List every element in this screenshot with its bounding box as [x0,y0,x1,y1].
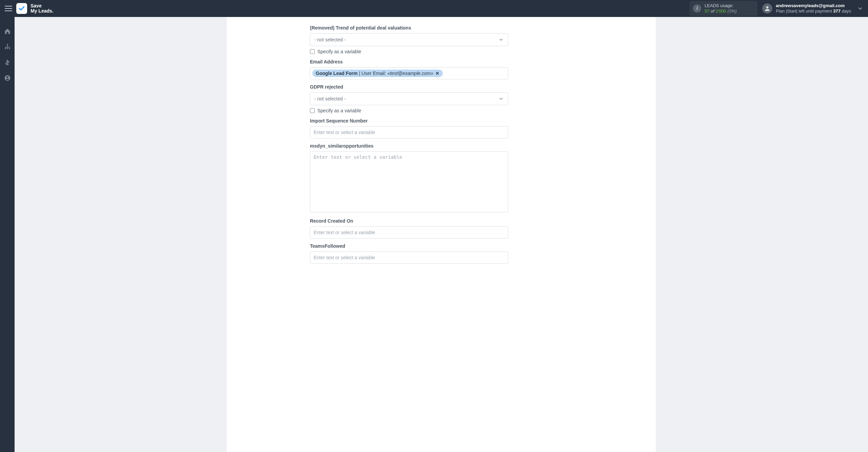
home-icon[interactable] [3,27,12,35]
svg-rect-1 [7,44,8,45]
select-trend-valuations[interactable]: - not selected - [310,33,508,46]
field-email-address: Email Address Google Lead Form | User Em… [310,59,508,79]
field-label: (Removed) Trend of potential deal valuat… [310,25,508,31]
svg-point-0 [766,6,769,8]
connections-icon[interactable] [3,43,12,51]
field-gdpr-rejected: GDPR rejected - not selected - Specify a… [310,84,508,113]
svg-rect-4 [9,48,10,49]
chevron-down-icon [498,96,504,101]
svg-rect-2 [5,48,6,49]
checkbox-label: Specify as a variable [317,108,361,113]
svg-rect-3 [7,48,8,49]
field-label: Import Sequence Number [310,118,508,124]
info-icon: i [693,4,701,13]
email-input[interactable]: Google Lead Form | User Email: «test@exa… [310,67,508,79]
checkbox-specify-variable[interactable] [310,108,315,113]
avatar-icon [762,3,772,14]
billing-icon[interactable] [3,58,12,67]
select-gdpr-rejected[interactable]: - not selected - [310,92,508,105]
chevron-down-icon[interactable] [857,5,863,12]
sidebar [0,17,15,452]
field-label: TeamsFollowed [310,243,508,249]
form-panel: (Removed) Trend of potential deal valuat… [227,17,656,452]
leads-usage-box[interactable]: i LEADS usage: 57 of 2'000 (3%) [690,1,757,16]
checkbox-label: Specify as a variable [317,49,361,54]
profile-icon[interactable] [3,74,12,82]
account-menu[interactable]: andrewsavemyleads@gmail.com Plan |Start|… [762,3,851,14]
import-sequence-input[interactable] [310,126,508,138]
checkbox-specify-variable[interactable] [310,49,315,54]
app-logo[interactable] [16,3,27,14]
menu-icon[interactable] [5,6,12,11]
close-icon[interactable]: ✕ [435,71,439,76]
app-header: Save My Leads. i LEADS usage: 57 of 2'00… [0,0,868,17]
field-label: GDPR rejected [310,84,508,90]
field-teams-followed: TeamsFollowed [310,243,508,264]
variable-token[interactable]: Google Lead Form | User Email: «test@exa… [312,70,443,77]
app-title: Save My Leads. [31,3,54,13]
field-import-sequence: Import Sequence Number [310,118,508,138]
select-placeholder: - not selected - [314,37,346,42]
record-created-on-input[interactable] [310,226,508,239]
field-similar-opportunities: msdyn_similaropportunities [310,143,508,213]
teams-followed-input[interactable] [310,251,508,264]
leads-usage-text: LEADS usage: 57 of 2'000 (3%) [705,3,737,14]
field-label: msdyn_similaropportunities [310,143,508,149]
svg-point-6 [6,76,8,78]
select-placeholder: - not selected - [314,96,346,101]
field-label: Record Created On [310,218,508,224]
field-record-created-on: Record Created On [310,218,508,239]
account-info: andrewsavemyleads@gmail.com Plan |Start|… [776,3,851,14]
chevron-down-icon [498,37,504,42]
field-label: Email Address [310,59,508,64]
similar-opportunities-input[interactable] [310,151,508,212]
field-trend-valuations: (Removed) Trend of potential deal valuat… [310,25,508,54]
